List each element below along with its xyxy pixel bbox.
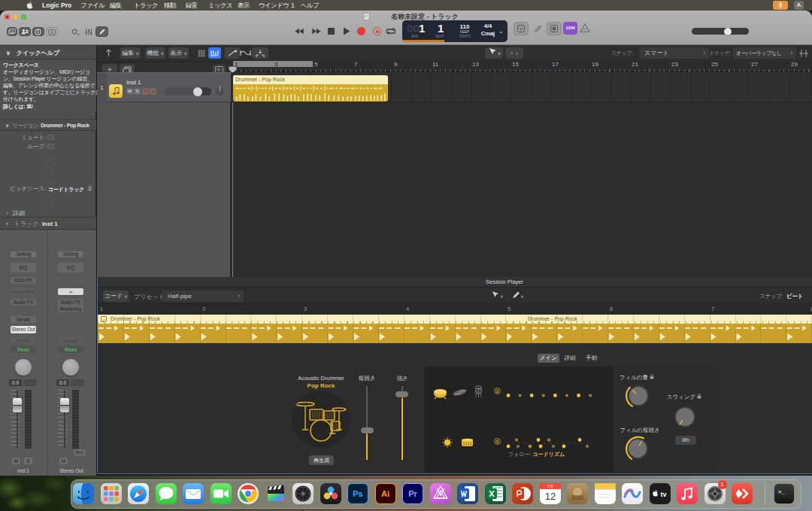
svg-text:tv: tv <box>660 491 666 498</box>
svg-text:>_: >_ <box>778 489 785 495</box>
